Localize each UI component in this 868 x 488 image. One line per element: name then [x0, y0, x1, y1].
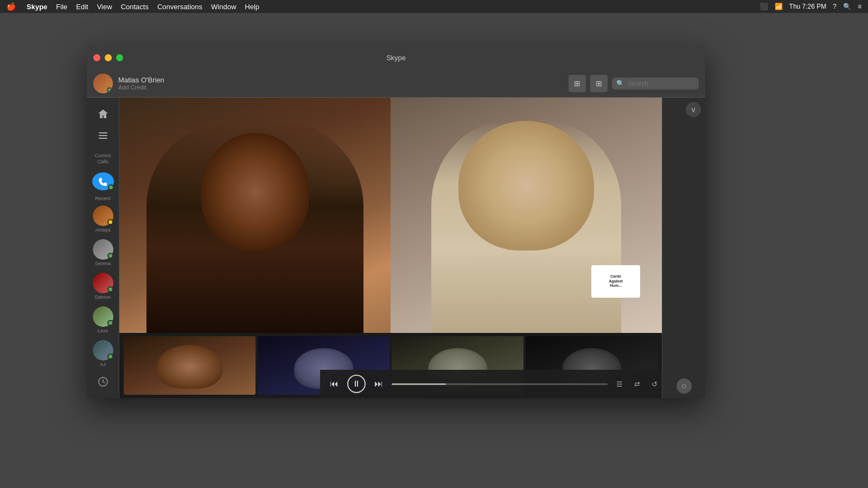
close-button[interactable]: [93, 54, 100, 61]
user-avatar: [93, 74, 113, 93]
sidebar-item-amaya[interactable]: Amaya: [93, 206, 113, 233]
menu-file[interactable]: File: [56, 3, 67, 11]
sidebar-item-lexx[interactable]: Lexx: [93, 306, 113, 333]
skip-forward-button[interactable]: ⏭: [371, 376, 386, 391]
video-participant-left: [119, 98, 391, 333]
sidebar: CurrentCalls Recent Amaya: [87, 98, 119, 398]
recent-label: Recent: [95, 196, 111, 201]
apple-menu[interactable]: 🍎: [7, 2, 16, 11]
pause-button[interactable]: ⏸: [347, 375, 366, 393]
grid-view-button[interactable]: ⊞: [590, 75, 608, 92]
menu-contacts[interactable]: Contacts: [121, 3, 149, 11]
serena-status: [107, 253, 113, 259]
user-name: Matias O'Brien: [118, 76, 164, 84]
menu-view[interactable]: View: [97, 3, 112, 11]
video-area: CardsAgainstHum...: [119, 98, 662, 398]
lexx-status: [107, 320, 113, 326]
search-menu-icon[interactable]: 🔍: [843, 3, 851, 10]
header-tools: ⊞ ⊞ 🔍: [569, 75, 699, 92]
amaya-name: Amaya: [95, 227, 110, 233]
collapse-panel-button[interactable]: ∨: [686, 102, 701, 117]
sidebar-item-serena[interactable]: Serena: [93, 239, 113, 266]
menubar-right: ⬛ 📶 Thu 7:26 PM ? 🔍 ≡: [760, 3, 861, 10]
window-title: Skype: [386, 54, 406, 62]
sidebar-item-damon[interactable]: Damon: [93, 273, 113, 300]
search-input[interactable]: [628, 80, 694, 87]
aj-name: AJ: [100, 362, 106, 367]
main-content: CurrentCalls Recent Amaya: [87, 98, 705, 398]
window-controls: [93, 54, 123, 61]
right-panel: ∨ ○: [662, 98, 705, 398]
header-bar: Matias O'Brien Add Credit ⊞ ⊞ 🔍: [87, 69, 705, 98]
shuffle-button[interactable]: ⇄: [630, 377, 643, 390]
call-status-dot: [108, 184, 114, 190]
video-scene: CardsAgainstHum...: [119, 98, 662, 333]
online-status-dot: [107, 87, 112, 93]
svg-rect-2: [99, 138, 107, 139]
dial-button[interactable]: [92, 172, 114, 190]
svg-rect-0: [99, 132, 107, 133]
damon-status: [107, 286, 113, 292]
damon-name: Damon: [95, 294, 111, 300]
minimize-button[interactable]: [105, 54, 112, 61]
control-center-icon[interactable]: ≡: [858, 3, 861, 10]
title-bar: Skype: [87, 46, 705, 69]
current-calls-text: CurrentCalls: [94, 153, 111, 165]
screen-icon: ⬛: [760, 3, 768, 10]
amaya-status: [107, 219, 113, 225]
menu-conversations[interactable]: Conversations: [157, 3, 202, 11]
video-participant-right: CardsAgainstHum...: [391, 98, 662, 333]
panel-action-button[interactable]: ○: [676, 378, 692, 394]
svg-rect-1: [99, 135, 107, 136]
media-right-controls: ☰ ⇄ ↺ 🔊: [613, 377, 662, 390]
sidebar-current-calls-label: CurrentCalls: [91, 148, 115, 168]
maximize-button[interactable]: [116, 54, 123, 61]
search-bar[interactable]: 🔍: [612, 78, 699, 89]
menu-edit[interactable]: Edit: [76, 3, 88, 11]
user-info: Matias O'Brien Add Credit: [118, 76, 164, 91]
main-video: CardsAgainstHum...: [119, 98, 662, 333]
lexx-name: Lexx: [98, 328, 108, 333]
playlist-button[interactable]: ☰: [613, 377, 626, 390]
sidebar-item-home[interactable]: [91, 104, 115, 124]
skype-window: Skype Matias O'Brien Add Credit ⊞ ⊞ 🔍: [87, 46, 705, 398]
media-bar: ⏮ ⏸ ⏭ ☰ ⇄ ↺ 🔊: [320, 370, 662, 398]
wifi-icon: 📶: [775, 3, 783, 10]
search-icon: 🔍: [616, 80, 624, 87]
serena-name: Serena: [95, 261, 111, 266]
repeat-button[interactable]: ↺: [648, 377, 661, 390]
add-credit-link[interactable]: Add Credit: [118, 84, 164, 91]
aj-status: [107, 354, 113, 359]
menu-window[interactable]: Window: [211, 3, 236, 11]
desktop: Skype Matias O'Brien Add Credit ⊞ ⊞ 🔍: [0, 13, 868, 488]
progress-bar[interactable]: [392, 383, 608, 385]
menu-skype[interactable]: Skype: [27, 3, 47, 11]
sidebar-clock-icon[interactable]: [91, 371, 115, 391]
sidebar-item-aj[interactable]: AJ: [93, 340, 113, 367]
menubar: 🍎 Skype File Edit View Contacts Conversa…: [0, 0, 868, 13]
menu-help[interactable]: Help: [245, 3, 259, 11]
thumbnail-1[interactable]: [124, 336, 256, 395]
skip-back-button[interactable]: ⏮: [327, 376, 342, 391]
progress-fill: [392, 383, 446, 385]
menubar-time: Thu 7:26 PM: [789, 3, 827, 10]
sidebar-item-contacts[interactable]: [91, 126, 115, 146]
new-conversation-button[interactable]: ⊞: [569, 75, 586, 92]
help-icon: ?: [833, 3, 837, 10]
